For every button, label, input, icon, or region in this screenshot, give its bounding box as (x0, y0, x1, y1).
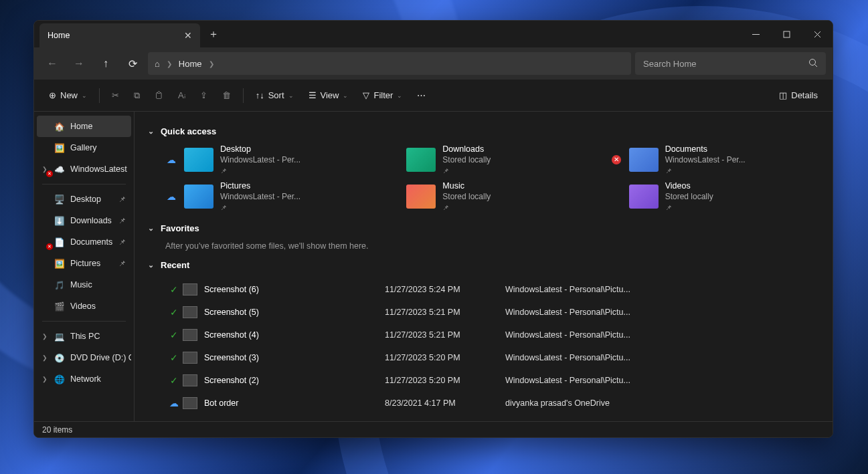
folder-icon (406, 148, 436, 172)
file-date: 11/27/2023 5:20 PM (385, 376, 505, 385)
cloud-icon: ☁ (167, 154, 176, 165)
sync-ok-icon: ✓ (170, 352, 178, 363)
favorites-empty: After you've favorited some files, we'll… (165, 241, 819, 251)
pin-icon: 📌︎ (118, 217, 126, 225)
sidebar-item-music[interactable]: 🎵Music (37, 274, 131, 295)
body: 🏠Home🖼️Gallery❯☁️WindowsLatest✕🖥️Desktop… (34, 112, 833, 421)
sidebar-item-pictures[interactable]: 🖼️Pictures📌︎ (37, 253, 131, 274)
close-button[interactable] (802, 21, 833, 47)
folder-sub: WindowsLatest - Per... (665, 155, 746, 164)
sidebar-item-dvd-drive-d-c[interactable]: ❯💿DVD Drive (D:) C (37, 347, 131, 368)
folder-name: Documents (665, 144, 746, 154)
copy-button[interactable]: ⧉ (127, 84, 147, 107)
sidebar-item-label: This PC (70, 332, 100, 341)
recent-item[interactable]: ✓Screenshot (3)11/27/2023 5:20 PMWindows… (165, 346, 819, 369)
minimize-button[interactable] (740, 21, 771, 47)
sidebar-item-desktop[interactable]: 🖥️Desktop📌︎ (37, 189, 131, 210)
new-tab-button[interactable]: ＋ (200, 21, 227, 47)
file-location: WindowsLatest - Personal\Pictu... (505, 353, 819, 362)
chevron-down-icon: ⌄ (288, 92, 294, 99)
quick-access-downloads[interactable]: DownloadsStored locally📌︎ (387, 144, 596, 174)
search-icon[interactable] (808, 58, 818, 70)
sort-button[interactable]: ↑↓Sort⌄ (249, 84, 300, 107)
documents-icon: 📄 (54, 237, 65, 247)
folder-icon (184, 148, 213, 172)
cloud-icon: ☁ (167, 191, 176, 202)
sidebar-item-windowslatest[interactable]: ❯☁️WindowsLatest✕ (37, 158, 131, 180)
music-icon: 🎵 (54, 279, 65, 290)
sidebar-item-this-pc[interactable]: ❯💻This PC (37, 326, 131, 347)
new-button[interactable]: ⊕New⌄ (42, 84, 94, 107)
tab-home[interactable]: Home ✕ (39, 23, 200, 47)
plus-icon: ⊕ (49, 90, 56, 100)
tab-label: Home (48, 31, 70, 40)
sidebar-item-label: Home (70, 122, 92, 131)
chevron-down-icon: ⌄ (82, 92, 87, 99)
filter-button[interactable]: ▽Filter⌄ (356, 84, 409, 107)
cut-button[interactable]: ✂ (105, 84, 126, 107)
recent-item[interactable]: ✓Screenshot (6)11/27/2023 5:24 PMWindows… (165, 278, 819, 301)
error-icon: ✕ (612, 155, 621, 164)
file-name: Screenshot (6) (204, 285, 385, 294)
file-location: WindowsLatest - Personal\Pictu... (505, 376, 819, 385)
sync-ok-icon: ✓ (170, 284, 178, 295)
share-icon: ⇪ (200, 90, 207, 100)
recent-item[interactable]: ✓Screenshot (5)11/27/2023 5:21 PMWindows… (165, 301, 819, 324)
quick-access-videos[interactable]: VideosStored locally📌︎ (610, 181, 819, 211)
recent-item[interactable]: ☁Bot order8/23/2021 4:17 PMdivyanka pras… (165, 392, 819, 414)
sidebar-item-network[interactable]: ❯🌐Network (37, 368, 131, 390)
details-button[interactable]: ◫Details (772, 84, 824, 107)
view-button[interactable]: ☰View⌄ (302, 84, 355, 107)
back-button[interactable]: ← (41, 52, 64, 75)
pin-icon: 📌︎ (442, 167, 491, 174)
folder-icon (629, 185, 659, 209)
sidebar-item-label: Desktop (70, 195, 101, 204)
search-input[interactable] (643, 59, 808, 69)
up-button[interactable]: ↑ (94, 52, 117, 75)
pin-icon: 📌︎ (118, 259, 126, 267)
quick-access-music[interactable]: MusicStored locally📌︎ (387, 181, 596, 211)
search-box[interactable] (635, 52, 826, 75)
sidebar-item-gallery[interactable]: 🖼️Gallery (37, 137, 131, 158)
quick-access-pictures[interactable]: ☁PicturesWindowsLatest - Per...📌︎ (165, 181, 374, 211)
folder-sub: Stored locally (665, 192, 713, 201)
onedrive-icon: ☁️ (54, 164, 65, 174)
network-icon: 🌐 (54, 374, 65, 384)
close-tab-icon[interactable]: ✕ (184, 30, 192, 41)
quick-access-header[interactable]: ⌄Quick access (148, 126, 819, 136)
view-icon: ☰ (309, 90, 317, 100)
sidebar-item-documents[interactable]: 📄Documents📌︎✕ (37, 231, 131, 253)
breadcrumb[interactable]: ⌂ ❯ Home ❯ (148, 52, 631, 75)
recent-header[interactable]: ⌄Recent (148, 260, 819, 270)
quick-access-desktop[interactable]: ☁DesktopWindowsLatest - Per...📌︎ (165, 144, 374, 174)
file-date: 11/27/2023 5:21 PM (385, 330, 505, 340)
sync-ok-icon: ✓ (170, 307, 178, 318)
forward-button[interactable]: → (68, 52, 90, 75)
sort-icon: ↑↓ (256, 90, 264, 100)
folder-name: Videos (665, 181, 713, 191)
delete-button[interactable]: 🗑︎ (215, 84, 238, 107)
sidebar-item-label: Videos (70, 302, 96, 311)
pin-icon: 📌︎ (665, 204, 713, 211)
refresh-button[interactable]: ⟳ (121, 52, 144, 75)
favorites-header[interactable]: ⌄Favorites (148, 223, 819, 233)
chevron-down-icon: ⌄ (343, 92, 348, 99)
sidebar-item-downloads[interactable]: ⬇️Downloads📌︎ (37, 210, 131, 231)
recent-item[interactable]: ✓Screenshot (2)11/27/2023 5:20 PMWindows… (165, 369, 819, 392)
recent-list: ✓Screenshot (6)11/27/2023 5:24 PMWindows… (165, 278, 819, 414)
share-button[interactable]: ⇪ (193, 84, 214, 107)
chevron-right-icon: ❯ (42, 333, 49, 340)
paste-icon: 📋︎ (155, 90, 163, 100)
sidebar-item-label: Gallery (70, 143, 97, 152)
recent-item[interactable]: ✓Screenshot (4)11/27/2023 5:21 PMWindows… (165, 324, 819, 346)
more-button[interactable]: ⋯ (410, 84, 432, 107)
sidebar-item-home[interactable]: 🏠Home (37, 116, 131, 137)
maximize-button[interactable] (771, 21, 802, 47)
home-icon: 🏠 (54, 121, 65, 132)
folder-icon (184, 185, 213, 209)
rename-button[interactable]: Aᵢ (171, 84, 192, 107)
paste-button[interactable]: 📋︎ (148, 84, 170, 107)
sidebar-item-videos[interactable]: 🎬Videos (37, 295, 131, 317)
quick-access-documents[interactable]: ✕DocumentsWindowsLatest - Per...📌︎ (610, 144, 819, 174)
folder-sub: Stored locally (442, 155, 491, 164)
